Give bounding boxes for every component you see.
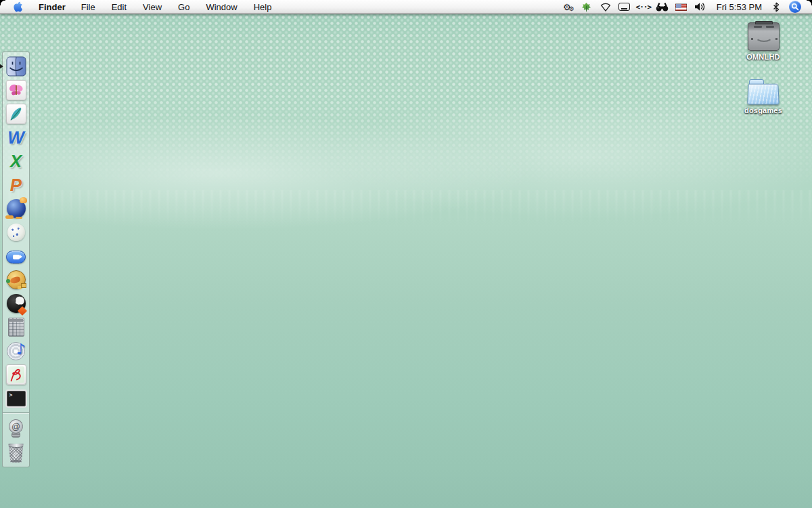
menu-list: Finder File Edit View Go Window Help — [31, 0, 279, 14]
dock-item-white-sphere-app[interactable] — [5, 221, 28, 244]
prompt-glyph: > — [9, 392, 13, 398]
calculator-grid-icon — [8, 318, 24, 337]
excel-icon: X — [10, 151, 22, 171]
input-source-menu-extra[interactable] — [674, 0, 689, 14]
dock-item-blue-globe-app[interactable] — [5, 197, 28, 220]
music-note-icon: ♪ — [16, 342, 26, 357]
terminal-icon: > — [7, 391, 26, 406]
running-app-indicator — [0, 64, 3, 69]
dock-item-powerpoint[interactable]: P — [5, 173, 28, 196]
folder-icon — [748, 79, 779, 104]
menu-bar-clock[interactable]: Fri 5:53 PM — [710, 2, 767, 12]
ichat-video-icon — [6, 251, 26, 263]
menu-finder[interactable]: Finder — [31, 0, 73, 14]
feather-icon — [6, 104, 26, 124]
hard-drive-icon — [748, 22, 780, 51]
bluetooth-menu-extra[interactable] — [769, 0, 784, 14]
gears-menu-extra[interactable]: ⚙⚙ — [560, 0, 575, 14]
apple-logo-icon — [13, 1, 22, 13]
at-sign-spring-icon: @ — [9, 419, 23, 438]
menu-file[interactable]: File — [73, 0, 104, 14]
gear-icon: ⚙ — [563, 3, 569, 12]
powerpoint-icon: P — [10, 175, 22, 195]
dock-separator — [3, 412, 29, 413]
menu-window[interactable]: Window — [198, 0, 245, 14]
volume-icon — [694, 2, 706, 12]
dock-item-arcade-game[interactable] — [5, 292, 28, 315]
butterfly-icon — [6, 80, 26, 100]
apple-menu[interactable] — [9, 0, 26, 14]
menu-bar: Finder File Edit View Go Window Help ⚙⚙ … — [0, 0, 812, 14]
volume-menu-extra[interactable] — [693, 0, 708, 14]
binoculars-menu-extra[interactable] — [655, 0, 670, 14]
coin-green-dot — [6, 279, 10, 283]
dock: W X P ♪ — [2, 51, 30, 467]
dock-item-finder[interactable] — [5, 55, 28, 78]
word-icon: W — [7, 127, 24, 148]
display-menu-extra[interactable] — [617, 0, 632, 14]
desktop-icon-label: dosgames — [744, 106, 782, 114]
wallpaper-mist — [0, 95, 812, 257]
dock-item-excel[interactable]: X — [5, 150, 28, 173]
dock-item-butterfly-app[interactable] — [5, 79, 28, 102]
wifi-empty-icon — [599, 2, 612, 12]
dock-item-ichat[interactable] — [5, 245, 28, 268]
dock-item-itunes[interactable]: ♪ — [5, 339, 28, 362]
at-sign-disc: @ — [8, 418, 24, 434]
us-flag-icon — [675, 3, 687, 11]
bluetooth-icon — [773, 2, 780, 12]
dock-item-dosbox[interactable] — [5, 268, 28, 291]
drive-screws — [751, 38, 753, 40]
menu-extras: ⚙⚙ <··> — [558, 0, 812, 14]
dock-item-acrobat[interactable] — [5, 363, 28, 386]
screen-corner-left — [0, 0, 5, 5]
green-leaf-icon — [581, 2, 591, 12]
glove-gem-icon — [7, 294, 26, 313]
dragon-coin-icon — [7, 270, 26, 289]
menu-view[interactable]: View — [135, 0, 170, 14]
menu-edit[interactable]: Edit — [104, 0, 135, 14]
folder-front — [747, 84, 780, 105]
video-camera-icon — [13, 255, 20, 259]
desktop-wallpaper — [0, 0, 812, 508]
dock-item-terminal[interactable]: > — [5, 387, 28, 410]
white-sphere-icon — [7, 224, 25, 241]
dock-item-feather-app[interactable] — [5, 102, 28, 125]
desktop-icon-omnlhd[interactable]: OMNLHD — [742, 22, 785, 61]
trash-icon — [7, 443, 24, 463]
itunes-cd-icon: ♪ — [7, 342, 25, 360]
dock-item-at-sign-spring[interactable]: @ — [5, 417, 28, 440]
display-icon — [618, 3, 630, 11]
dock-item-calculator-grid[interactable] — [5, 316, 28, 339]
drive-vent-slots — [754, 26, 762, 28]
dock-item-trash[interactable] — [5, 440, 28, 463]
desktop-icon-label: OMNLHD — [746, 53, 780, 61]
drive-platter-arc — [755, 31, 773, 42]
binoculars-icon — [656, 2, 669, 12]
screen-corner-right — [807, 0, 812, 5]
acrobat-icon — [6, 364, 26, 385]
spotlight-icon — [789, 1, 801, 13]
dock-item-word[interactable]: W — [5, 126, 28, 149]
menu-go[interactable]: Go — [170, 0, 198, 14]
brackets-menu-extra[interactable]: <··> — [636, 0, 651, 14]
spotlight-menu-extra[interactable] — [788, 0, 803, 14]
wifi-menu-extra[interactable] — [598, 0, 613, 14]
menu-help[interactable]: Help — [246, 0, 280, 14]
desktop-icon-dosgames[interactable]: dosgames — [742, 79, 785, 114]
leaf-menu-extra[interactable] — [579, 0, 594, 14]
blue-globe-icon — [7, 199, 26, 218]
finder-icon — [6, 56, 26, 77]
gear-icon-small: ⚙ — [569, 6, 572, 12]
